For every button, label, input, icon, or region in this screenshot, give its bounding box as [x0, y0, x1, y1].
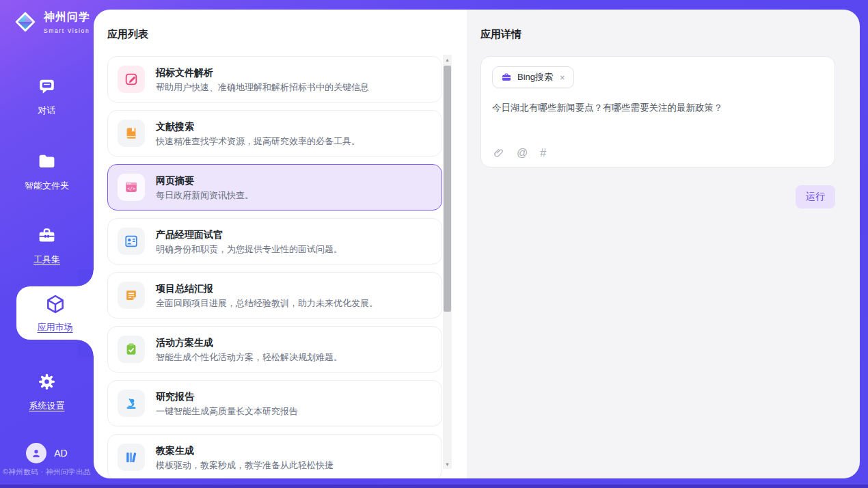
- scrollbar-thumb[interactable]: [444, 66, 451, 312]
- clipboard-check-icon: [118, 336, 145, 363]
- run-row: 运行: [480, 185, 835, 208]
- app-card-title: 文献搜索: [156, 122, 360, 131]
- app-card-title: 研究报告: [156, 392, 298, 401]
- query-composer[interactable]: Bing搜索 × 今日湖北有哪些新闻要点？有哪些需要关注的最新政策？ @ #: [480, 56, 835, 167]
- sidebar-item-label: 智能文件夹: [0, 180, 94, 192]
- app-card-literature-search[interactable]: 文献搜索 快速精准查找学术资源，提高研究效率的必备工具。: [107, 110, 442, 157]
- brand-tagline: Smart Vision: [44, 27, 90, 34]
- app-list-scrollbar[interactable]: ▲ ▼: [443, 55, 452, 469]
- briefcase-icon: [501, 72, 512, 83]
- app-card-title: 产品经理面试官: [156, 230, 342, 239]
- run-button[interactable]: 运行: [796, 185, 835, 208]
- toolbox-icon: [0, 226, 94, 248]
- mention-icon[interactable]: @: [517, 148, 528, 159]
- app-card-title: 网页摘要: [156, 176, 254, 185]
- app-card-project-summary[interactable]: 项目总结汇报 全面回顾项目进展，总结经验教训，助力未来优化发展。: [107, 272, 442, 318]
- app-card-bid-analysis[interactable]: 招标文件解析 帮助用户快速、准确地理解和解析招标书中的关键信息: [107, 56, 442, 103]
- app-card-lesson-plan[interactable]: 教案生成 模板驱动，教案秒成，教学准备从此轻松快捷: [107, 434, 442, 478]
- hash-icon[interactable]: #: [540, 148, 546, 159]
- sidebar-item-toolset[interactable]: 工具集: [0, 226, 94, 266]
- app-detail-panel: 应用详情 Bing搜索 × 今日湖北有哪些新闻要点？有哪些需要关注的最新政策？: [467, 10, 860, 478]
- app-card-desc: 智能生成个性化活动方案，轻松解决规划难题。: [156, 353, 342, 362]
- books-icon: [118, 444, 145, 471]
- app-card-title: 招标文件解析: [156, 68, 369, 77]
- avatar: [26, 443, 46, 463]
- scroll-up-arrow-icon[interactable]: ▲: [443, 55, 452, 64]
- app-window: 神州问学 Smart Vision 对话 智能文件夹: [0, 0, 868, 488]
- sidebar-item-smart-folders[interactable]: 智能文件夹: [0, 152, 94, 192]
- app-card-desc: 一键智能生成高质量长文本研究报告: [156, 407, 298, 416]
- app-card-desc: 快速精准查找学术资源，提高研究效率的必备工具。: [156, 137, 360, 146]
- composer-toolbar: @ #: [493, 147, 546, 159]
- app-card-desc: 明确身份和职责，为您提供专业性的面试问题。: [156, 245, 342, 254]
- book-icon: [118, 120, 145, 147]
- svg-text:</>: </>: [127, 186, 135, 191]
- memo-icon: [118, 282, 145, 309]
- app-card-desc: 全面回顾项目进展，总结经验教训，助力未来优化发展。: [156, 299, 378, 308]
- sidebar-item-chat[interactable]: 对话: [0, 77, 94, 117]
- window-bottom-edge: [0, 485, 868, 488]
- app-card-desc: 模板驱动，教案秒成，教学准备从此轻松快捷: [156, 461, 334, 470]
- attachment-icon[interactable]: [493, 147, 504, 159]
- sidebar-item-app-market[interactable]: 应用市场: [16, 286, 94, 340]
- sidebar-item-settings[interactable]: 系统设置: [0, 372, 94, 412]
- browser-code-icon: </>: [118, 174, 145, 201]
- app-card-title: 活动方案生成: [156, 338, 342, 347]
- app-card-pm-interviewer[interactable]: 产品经理面试官 明确身份和职责，为您提供专业性的面试问题。: [107, 218, 442, 265]
- chip-close-icon[interactable]: ×: [560, 73, 565, 82]
- diamond-logo-icon: [12, 9, 38, 38]
- edit-document-icon: [118, 66, 145, 93]
- sidebar: 神州问学 Smart Vision 对话 智能文件夹: [0, 0, 94, 488]
- scroll-down-arrow-icon[interactable]: ▼: [443, 459, 452, 469]
- sidebar-item-label: 系统设置: [0, 400, 94, 412]
- folder-icon: [0, 152, 94, 174]
- brand-logo: 神州问学 Smart Vision: [12, 9, 94, 38]
- app-card-title: 项目总结汇报: [156, 284, 378, 293]
- tool-chip-bing-search[interactable]: Bing搜索 ×: [492, 66, 574, 88]
- brand-name: 神州问学: [44, 11, 90, 23]
- app-list-title: 应用列表: [107, 28, 467, 41]
- chat-icon: [0, 77, 94, 99]
- sidebar-item-label: 应用市场: [38, 321, 73, 334]
- user-account[interactable]: AD: [0, 443, 94, 463]
- app-card-event-plan[interactable]: 活动方案生成 智能生成个性化活动方案，轻松解决规划难题。: [107, 326, 442, 372]
- interviewer-icon: [118, 228, 145, 255]
- sidebar-item-label: 对话: [0, 105, 94, 117]
- app-card-research-report[interactable]: 研究报告 一键智能生成高质量长文本研究报告: [107, 380, 442, 426]
- research-report-icon: [118, 390, 145, 417]
- app-detail-title: 应用详情: [480, 28, 835, 41]
- app-card-desc: 每日政府新闻资讯快查。: [156, 191, 254, 200]
- main-content: 应用列表 招标文件解析 帮助用户快速、准确地理解和解析招标书中的关键信息: [94, 10, 860, 478]
- sidebar-item-label: 工具集: [0, 254, 94, 266]
- gear-icon: [0, 372, 94, 394]
- app-card-web-summary[interactable]: </> 网页摘要 每日政府新闻资讯快查。: [107, 164, 442, 211]
- user-initials: AD: [54, 448, 67, 459]
- tool-chip-label: Bing搜索: [517, 71, 553, 83]
- app-card-list: 招标文件解析 帮助用户快速、准确地理解和解析招标书中的关键信息 文献搜索: [107, 56, 442, 478]
- app-list-panel: 应用列表 招标文件解析 帮助用户快速、准确地理解和解析招标书中的关键信息: [94, 10, 467, 478]
- app-card-title: 教案生成: [156, 446, 334, 455]
- copyright-footer: ©神州数码 · 神州问学出品: [0, 467, 94, 477]
- cube-icon: [44, 293, 66, 318]
- app-card-desc: 帮助用户快速、准确地理解和解析招标书中的关键信息: [156, 83, 369, 92]
- query-text[interactable]: 今日湖北有哪些新闻要点？有哪些需要关注的最新政策？: [492, 102, 824, 114]
